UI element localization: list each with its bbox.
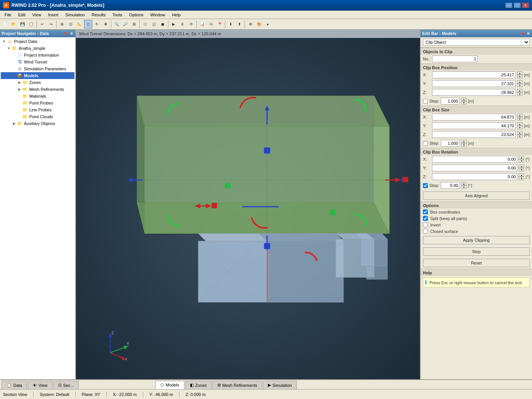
menu-item-window[interactable]: Window (147, 12, 168, 18)
tree-zones[interactable]: ▶ 📁 Zones (1, 79, 74, 86)
settings-btn[interactable]: ⚙ (246, 20, 255, 28)
snap-btn[interactable]: ⊡ (66, 20, 75, 28)
zoom-in-btn[interactable]: 🔍 (112, 20, 121, 28)
minimize-button[interactable]: — (505, 3, 512, 8)
wind-btn[interactable]: 🌬 (207, 20, 215, 28)
sim-stop-btn[interactable]: ⏸ (178, 20, 187, 28)
stop-button[interactable]: Stop (423, 247, 530, 256)
size-x-dn[interactable]: ▼ (517, 117, 522, 120)
size-x-up[interactable]: ▲ (517, 114, 522, 117)
pos-x-dn[interactable]: ▼ (517, 75, 522, 78)
rot-z-up[interactable]: ▲ (519, 173, 524, 177)
pos-x-up[interactable]: ▲ (517, 71, 522, 75)
size-z-dn[interactable]: ▼ (517, 135, 522, 138)
rot-x-dn[interactable]: ▼ (519, 159, 524, 163)
close-editbar-icon[interactable]: ✕ (526, 31, 530, 36)
rot-step-up[interactable]: ▲ (461, 182, 467, 185)
size-x-input[interactable] (432, 114, 516, 120)
view3d-btn[interactable]: ⬡ (141, 20, 149, 28)
rot-step-input[interactable] (441, 182, 460, 189)
menu-item-options[interactable]: Options (126, 12, 147, 18)
maximize-button[interactable]: □ (514, 3, 521, 8)
pos-y-input[interactable] (432, 80, 516, 87)
axis-aligned-button[interactable]: Axis Aligned (423, 192, 530, 200)
split-checkbox[interactable] (423, 216, 428, 221)
tree-project-info[interactable]: 📄 Project Information (1, 52, 74, 59)
rot-y-up[interactable]: ▲ (519, 165, 524, 168)
tree-wind-tunnel[interactable]: 🏗 Wind Tunnel (1, 59, 74, 65)
pos-z-input[interactable] (432, 89, 516, 96)
pos-y-dn[interactable]: ▼ (517, 84, 522, 87)
menu-item-view[interactable]: View (29, 12, 44, 18)
solid-btn[interactable]: ◼ (158, 20, 167, 28)
more-btn[interactable]: ▸ (264, 20, 272, 28)
3d-viewport[interactable]: Wind Tunnel Dimensions: Dx = 284.653 m, … (76, 30, 420, 379)
open-btn[interactable]: 📂 (10, 20, 18, 28)
menu-item-file[interactable]: File (2, 12, 14, 18)
menu-item-simulation[interactable]: Simulation (62, 12, 88, 18)
pos-step-input[interactable] (441, 98, 460, 104)
rot-x-up[interactable]: ▲ (519, 156, 524, 159)
rot-step-checkbox[interactable] (423, 183, 428, 188)
rot-y-dn[interactable]: ▼ (519, 168, 524, 171)
redo-btn[interactable]: ↪ (47, 20, 55, 28)
wireframe-btn[interactable]: ◱ (150, 20, 158, 28)
tree-anafra[interactable]: ▼ 📁 Anafra_simple (1, 45, 74, 52)
zoom-out-btn[interactable]: 🔎 (121, 20, 130, 28)
menu-item-help[interactable]: Help (169, 12, 184, 18)
size-step-up[interactable]: ▲ (461, 140, 467, 143)
rot-y-input[interactable] (432, 165, 517, 171)
tree-point-clouds[interactable]: 📁 Point Clouds (1, 113, 74, 120)
import-btn[interactable]: ⬇ (226, 20, 235, 28)
new-btn[interactable]: 📄 (1, 20, 9, 28)
pos-z-dn[interactable]: ▼ (517, 92, 522, 96)
color-btn[interactable]: 🎨 (255, 20, 263, 28)
measure-btn[interactable]: 📐 (75, 20, 84, 28)
box-coords-checkbox[interactable] (423, 209, 428, 214)
clip-object-select[interactable]: Clip Object (423, 39, 530, 46)
tab-view[interactable]: 👁 View (28, 381, 52, 389)
undo-btn[interactable]: ↩ (38, 20, 46, 28)
menu-item-tools[interactable]: Tools (109, 12, 125, 18)
tree-mesh-ref[interactable]: ▶ 📁 Mesh Refinements (1, 86, 74, 93)
save-btn[interactable]: 💾 (18, 20, 27, 28)
move-btn[interactable]: ✥ (101, 20, 110, 28)
size-z-up[interactable]: ▲ (517, 131, 522, 135)
tab-zones[interactable]: ◧ Zones (185, 381, 212, 389)
tree-project-data[interactable]: ▼ 🗂 Project Data (1, 38, 74, 45)
3d-scene-svg[interactable] (76, 38, 420, 379)
size-step-checkbox[interactable] (423, 141, 428, 146)
pos-step-dn[interactable]: ▼ (461, 101, 467, 104)
pos-x-input[interactable] (432, 71, 516, 78)
no-input[interactable] (432, 55, 478, 62)
closed-surface-checkbox[interactable] (423, 229, 428, 234)
pos-step-up[interactable]: ▲ (461, 98, 467, 101)
pos-z-up[interactable]: ▲ (517, 89, 522, 92)
rot-z-dn[interactable]: ▼ (519, 177, 524, 180)
size-y-dn[interactable]: ▼ (517, 126, 522, 129)
sim-reset-btn[interactable]: ⟳ (187, 20, 195, 28)
menu-item-results[interactable]: Results (89, 12, 109, 18)
menu-item-insert[interactable]: Insert (45, 12, 62, 18)
tree-line-probes[interactable]: 📁 Line Probes (1, 106, 74, 113)
tab-sec[interactable]: ⊡ Sec... (53, 381, 79, 389)
size-y-input[interactable] (432, 122, 516, 129)
apply-clipping-button[interactable]: Apply Clipping (423, 236, 530, 244)
rotate-btn[interactable]: ↻ (93, 20, 101, 28)
tree-sim-params[interactable]: ⚙ Simulation Parameters (1, 65, 74, 72)
results-btn[interactable]: 📊 (198, 20, 206, 28)
close-button[interactable]: ✕ (522, 3, 529, 8)
tab-mesh-ref[interactable]: ⊞ Mesh Refinements (212, 381, 262, 389)
size-y-up[interactable]: ▲ (517, 122, 522, 126)
pos-y-up[interactable]: ▲ (517, 80, 522, 84)
grid-btn[interactable]: ⊞ (58, 20, 66, 28)
save-as-btn[interactable]: 📋 (27, 20, 35, 28)
invert-checkbox[interactable] (423, 222, 428, 227)
tree-aux-objects[interactable]: ▶ 📁 Auxiliary Objects (1, 120, 74, 127)
clip-btn[interactable]: ◫ (84, 20, 92, 28)
tab-models[interactable]: ⬡ Models (155, 381, 184, 389)
size-step-dn[interactable]: ▼ (461, 143, 467, 147)
tab-data[interactable]: 📋 Data (2, 381, 27, 389)
tab-simulation[interactable]: ▶ Simulation (263, 381, 297, 389)
pin-icon[interactable]: 📌 (62, 31, 68, 36)
